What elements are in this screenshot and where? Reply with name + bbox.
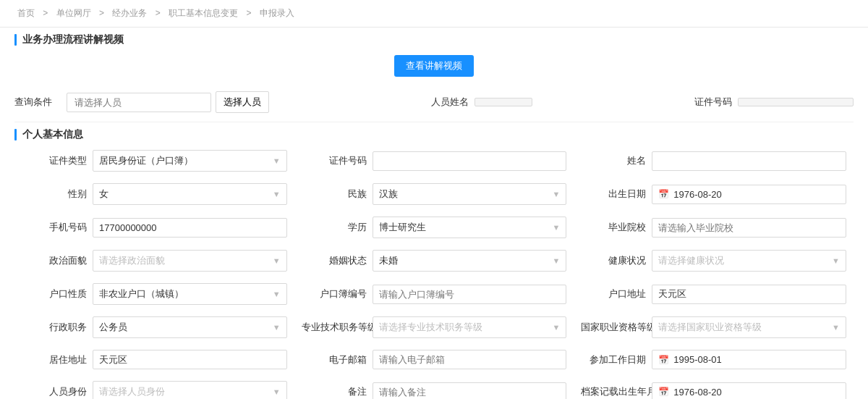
email-input[interactable] [373, 350, 567, 369]
person-select-input[interactable] [67, 93, 211, 112]
select-person-button[interactable]: 选择人员 [216, 91, 269, 113]
politics-arrow-icon: ▼ [273, 256, 281, 265]
birthdate-label: 出生日期 [581, 188, 646, 201]
nation-item: 民族 汉族 ▼ [294, 177, 574, 211]
breadcrumb-biz[interactable]: 经办业务 [112, 8, 147, 18]
household-no-input[interactable] [373, 285, 567, 304]
email-label: 电子邮箱 [302, 353, 367, 366]
household-type-label: 户口性质 [22, 287, 87, 301]
national-cert-arrow-icon: ▼ [832, 323, 840, 332]
query-input-wrap: 选择人员 [67, 91, 269, 113]
residence-label: 居住地址 [22, 353, 87, 366]
residence-input[interactable] [93, 350, 287, 369]
marriage-label: 婚姻状态 [302, 254, 367, 267]
gender-select[interactable]: 女 ▼ [93, 183, 287, 205]
person-identity-label: 人员身份 [22, 385, 87, 398]
education-arrow-icon: ▼ [552, 223, 560, 232]
breadcrumb: 首页 > 单位网厅 > 经办业务 > 职工基本信息变更 > 申报录入 [0, 0, 868, 28]
admin-post-label: 行政职务 [22, 321, 87, 334]
name-input[interactable] [652, 151, 846, 171]
graduation-label: 毕业院校 [581, 221, 646, 234]
education-select[interactable]: 博士研究生 ▼ [373, 217, 567, 238]
id-number-wrap: 证件号码 [694, 96, 854, 109]
work-date-calendar-icon: 📅 [658, 355, 669, 365]
tech-level-label: 专业技术职务等级 [302, 321, 367, 334]
page-wrapper: 首页 > 单位网厅 > 经办业务 > 职工基本信息变更 > 申报录入 业务办理流… [0, 0, 868, 399]
form-section: 证件类型 居民身份证（户口簿） ▼ 证件号码 姓名 性别 女 ▼ [0, 144, 868, 399]
person-name-wrap: 人员姓名 [284, 96, 680, 109]
person-identity-arrow-icon: ▼ [273, 387, 281, 396]
health-arrow-icon: ▼ [832, 256, 840, 265]
politics-label: 政治面貌 [22, 254, 87, 267]
health-select[interactable]: 请选择健康状况 ▼ [652, 250, 846, 272]
archive-birth-item: 档案记载出生年月 📅 1976-08-20 [574, 375, 854, 399]
work-date-label: 参加工作日期 [581, 353, 646, 366]
remark-input[interactable] [373, 382, 567, 400]
form-grid: 证件类型 居民身份证（户口簿） ▼ 证件号码 姓名 性别 女 ▼ [14, 144, 854, 399]
household-type-arrow-icon: ▼ [273, 290, 281, 298]
name-item: 姓名 [574, 144, 854, 177]
breadcrumb-unit[interactable]: 单位网厅 [56, 8, 91, 18]
nation-arrow-icon: ▼ [552, 190, 560, 198]
person-identity-select[interactable]: 请选择人员身份 ▼ [93, 381, 287, 399]
gender-label: 性别 [22, 188, 87, 201]
id-number-label: 证件号码 [694, 96, 732, 109]
tech-level-arrow-icon: ▼ [552, 323, 560, 332]
person-name-value [475, 98, 532, 106]
marriage-arrow-icon: ▼ [552, 256, 560, 265]
video-section-header: 业务办理流程讲解视频 [14, 33, 854, 46]
personal-info-section-header: 个人基本信息 [14, 128, 854, 141]
graduation-input[interactable] [652, 218, 846, 238]
admin-post-arrow-icon: ▼ [273, 323, 281, 332]
household-addr-input[interactable] [652, 285, 846, 304]
nation-select[interactable]: 汉族 ▼ [373, 183, 567, 205]
work-date-input[interactable]: 📅 1995-08-01 [652, 350, 846, 369]
breadcrumb-home[interactable]: 首页 [17, 8, 35, 18]
household-no-item: 户口簿编号 [294, 277, 574, 311]
cert-no-input[interactable] [373, 151, 567, 171]
divider-1 [14, 122, 854, 122]
marriage-item: 婚姻状态 未婚 ▼ [294, 244, 574, 277]
admin-post-select[interactable]: 公务员 ▼ [93, 316, 287, 338]
gender-arrow-icon: ▼ [273, 190, 281, 198]
archive-birth-label: 档案记载出生年月 [581, 385, 646, 398]
tech-level-select[interactable]: 请选择专业技术职务等级 ▼ [373, 316, 567, 338]
video-section: 查看讲解视频 [0, 49, 868, 85]
personal-section-bar-line [14, 129, 17, 140]
id-number-value [738, 98, 854, 106]
birthdate-input[interactable]: 📅 1976-08-20 [652, 185, 846, 204]
query-label: 查询条件 [14, 96, 52, 109]
cert-no-item: 证件号码 [294, 144, 574, 177]
politics-select[interactable]: 请选择政治面貌 ▼ [93, 250, 287, 272]
national-cert-item: 国家职业资格等级 请选择国家职业资格等级 ▼ [574, 311, 854, 344]
cert-type-item: 证件类型 居民身份证（户口簿） ▼ [14, 144, 294, 177]
breadcrumb-sep: > [246, 8, 253, 18]
phone-label: 手机号码 [22, 221, 87, 234]
national-cert-select[interactable]: 请选择国家职业资格等级 ▼ [652, 316, 846, 338]
gender-item: 性别 女 ▼ [14, 177, 294, 211]
breadcrumb-change[interactable]: 职工基本信息变更 [169, 8, 238, 18]
breadcrumb-sep: > [99, 8, 106, 18]
marriage-select[interactable]: 未婚 ▼ [373, 250, 567, 272]
phone-input[interactable] [93, 218, 287, 238]
household-type-select[interactable]: 非农业户口（城镇） ▼ [93, 283, 287, 305]
section-bar-line [14, 34, 17, 46]
remark-item: 备注 [294, 375, 574, 399]
household-type-item: 户口性质 非农业户口（城镇） ▼ [14, 277, 294, 311]
household-addr-label: 户口地址 [581, 287, 646, 301]
breadcrumb-sep: > [43, 8, 50, 18]
admin-post-item: 行政职务 公务员 ▼ [14, 311, 294, 344]
email-item: 电子邮箱 [294, 344, 574, 375]
watch-video-button[interactable]: 查看讲解视频 [394, 55, 474, 77]
cert-type-select[interactable]: 居民身份证（户口簿） ▼ [93, 150, 287, 172]
nation-label: 民族 [302, 188, 367, 201]
archive-birth-calendar-icon: 📅 [658, 387, 669, 397]
query-row: 查询条件 选择人员 人员姓名 证件号码 [0, 85, 868, 119]
breadcrumb-sep: > [156, 8, 163, 18]
remark-label: 备注 [302, 385, 367, 398]
archive-birth-input[interactable]: 📅 1976-08-20 [652, 382, 846, 400]
cert-no-label: 证件号码 [302, 154, 367, 167]
household-addr-item: 户口地址 [574, 277, 854, 311]
health-label: 健康状况 [581, 254, 646, 267]
tech-level-item: 专业技术职务等级 请选择专业技术职务等级 ▼ [294, 311, 574, 344]
